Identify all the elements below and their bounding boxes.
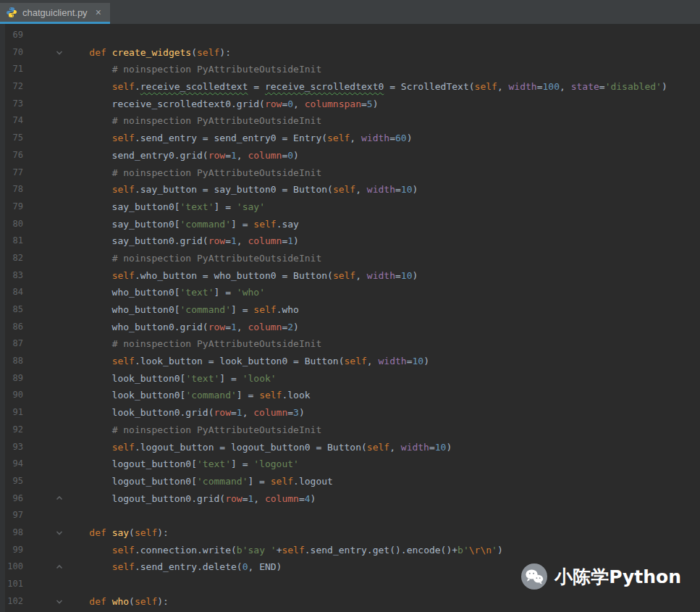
code-token: self — [367, 442, 389, 453]
code-token — [67, 47, 89, 58]
line-number: 78 — [0, 181, 23, 198]
line-number: 76 — [0, 147, 23, 164]
code-token — [67, 356, 112, 366]
code-token — [67, 270, 112, 281]
gutter: 79 — [0, 198, 67, 216]
wechat-icon — [521, 563, 547, 590]
code-token: self — [282, 545, 304, 556]
code-token: ] = — [214, 287, 237, 298]
code-token: = — [231, 407, 237, 418]
code-token: ): — [157, 596, 169, 607]
code-text — [67, 507, 700, 524]
code-token: who_button0[ — [67, 304, 180, 315]
code-token — [67, 527, 89, 538]
code-token: .send_entry.get().encode()+ — [305, 545, 457, 556]
code-text: look_button0['text'] = 'look' — [67, 370, 700, 387]
code-token: column — [253, 407, 287, 418]
code-token: ] = — [231, 219, 253, 230]
code-token — [67, 338, 112, 349]
code-line: 77 # noinspection PyAttributeOutsideInit — [0, 164, 700, 182]
code-token — [106, 47, 112, 58]
code-token: ( — [129, 527, 135, 538]
code-token: width — [509, 81, 537, 92]
code-token: = — [225, 150, 231, 161]
code-text: who_button0.grid(row=1, column=2) — [67, 319, 700, 336]
python-file-icon — [6, 7, 17, 18]
code-token: self — [327, 133, 350, 143]
code-token: self — [112, 270, 135, 281]
gutter: 81 — [0, 232, 67, 250]
code-text: # noinspection PyAttributeOutsideInit — [67, 422, 700, 439]
code-token: ) — [497, 545, 503, 556]
code-text: receive_scrolledtext0.grid(row=0, column… — [67, 96, 700, 113]
fold-end-icon[interactable] — [54, 490, 65, 508]
code-text: say_button0.grid(row=1, column=1) — [67, 232, 700, 250]
code-text: who_button0['command'] = self.who — [67, 301, 700, 319]
code-text: logout_button0['text'] = 'logout' — [67, 456, 700, 473]
code-token: # noinspection PyAttributeOutsideInit — [112, 115, 322, 126]
code-line: 86 who_button0.grid(row=1, column=2) — [0, 319, 700, 336]
code-token: logout_button0[ — [67, 476, 197, 487]
code-token: .logout_button = logout_button0 = Button… — [135, 442, 367, 453]
line-number: 87 — [0, 335, 23, 353]
code-text: self.who_button = who_button0 = Button(s… — [67, 267, 700, 285]
code-line: 85 who_button0['command'] = self.who — [0, 301, 700, 319]
code-token: = — [287, 407, 293, 418]
code-line: 82 # noinspection PyAttributeOutsideInit — [0, 250, 700, 267]
code-token: ) — [423, 356, 429, 366]
code-token: ] = — [248, 476, 270, 487]
code-token: , — [237, 322, 248, 332]
tab-close-icon[interactable]: × — [96, 7, 101, 18]
code-token: 'command' — [180, 219, 231, 230]
code-token: ] = — [231, 458, 253, 469]
gutter: 85 — [0, 301, 67, 319]
code-token: , — [253, 493, 265, 504]
code-token: = — [395, 184, 401, 195]
code-token: column — [248, 150, 282, 161]
fold-start-icon[interactable] — [54, 524, 65, 542]
gutter: 87 — [0, 335, 67, 353]
code-token: 'command' — [185, 390, 236, 401]
code-token: 'command' — [180, 304, 231, 315]
code-token: who_button0.grid( — [67, 322, 208, 332]
editor-tab-bar: chatguiclient.py × — [0, 0, 700, 24]
line-number: 79 — [0, 198, 23, 216]
fold-start-icon[interactable] — [54, 44, 65, 62]
code-token: ): — [157, 527, 169, 538]
code-token: say_button0[ — [67, 201, 180, 212]
code-line: 74 # noinspection PyAttributeOutsideInit — [0, 112, 700, 130]
code-token: ) — [293, 150, 299, 161]
tab-chatguiclient[interactable]: chatguiclient.py × — [0, 3, 110, 24]
fold-end-icon[interactable] — [54, 558, 65, 576]
code-text: # noinspection PyAttributeOutsideInit — [67, 61, 700, 78]
code-token: 0 — [287, 150, 293, 161]
code-token: width — [401, 442, 429, 453]
code-token: # noinspection PyAttributeOutsideInit — [112, 424, 322, 435]
fold-start-icon[interactable] — [54, 593, 65, 611]
code-token: 1 — [231, 322, 237, 332]
gutter: 89 — [0, 370, 67, 387]
code-line: 72 self.receive_scolledtext = receive_sc… — [0, 78, 700, 96]
code-editor[interactable]: 6970 def create_widgets(self):71 # noins… — [0, 24, 700, 612]
gutter: 73 — [0, 96, 67, 113]
code-token — [67, 442, 112, 453]
code-line: 95 logout_button0['command'] = self.logo… — [0, 473, 700, 490]
code-token — [67, 561, 112, 572]
code-token: look_button0[ — [67, 373, 185, 384]
code-token: ] = — [231, 304, 253, 315]
code-token: self — [112, 545, 135, 556]
code-token: .send_entry = send_entry0 = Entry( — [135, 133, 327, 143]
code-token: receive_scrolledtext0.grid( — [67, 98, 265, 109]
code-token: # noinspection PyAttributeOutsideInit — [112, 167, 322, 178]
gutter: 69 — [0, 27, 67, 44]
line-number: 91 — [0, 404, 23, 422]
gutter: 78 — [0, 181, 67, 198]
code-token: 'text' — [185, 373, 219, 384]
line-number: 100 — [0, 558, 23, 576]
code-text: who_button0['text'] = 'who' — [67, 284, 700, 301]
code-text: def say(self): — [67, 524, 700, 542]
code-token: = — [225, 322, 231, 332]
code-token: send_entry0.grid( — [67, 150, 208, 161]
code-line: 78 self.say_button = say_button0 = Butto… — [0, 181, 700, 198]
code-token: = — [537, 81, 543, 92]
